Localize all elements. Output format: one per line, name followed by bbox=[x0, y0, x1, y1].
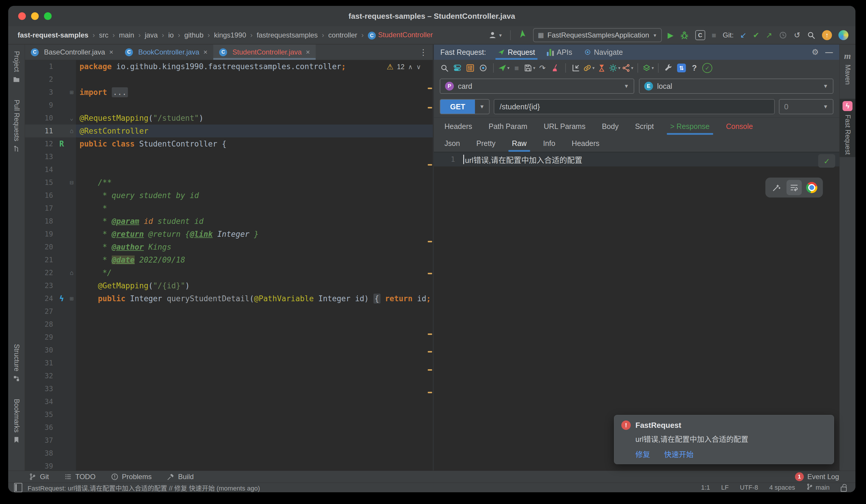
breadcrumb-item[interactable]: fastrequestsamples bbox=[257, 31, 318, 39]
fold-marker[interactable]: ⌂ bbox=[67, 269, 76, 276]
stop-button[interactable]: ■ bbox=[712, 31, 717, 39]
push-button[interactable]: ↗ bbox=[766, 31, 772, 39]
import-button[interactable] bbox=[570, 62, 582, 74]
subtab-info[interactable]: Info bbox=[535, 135, 563, 152]
subtab-pretty[interactable]: Pretty bbox=[469, 135, 503, 152]
tab-request[interactable]: Request bbox=[498, 45, 535, 60]
stack-button[interactable]: ▾ bbox=[642, 62, 654, 74]
editor-tab[interactable]: CBookController.java× bbox=[119, 45, 213, 60]
timeout-select[interactable]: 0 ▼ bbox=[779, 99, 833, 114]
fold-marker[interactable]: ⌂ bbox=[67, 127, 76, 135]
gear-icon[interactable]: ⚙ bbox=[812, 47, 819, 57]
fold-marker[interactable]: ⊟ bbox=[67, 179, 76, 186]
share-button[interactable]: ▾ bbox=[622, 62, 633, 74]
breadcrumb-item[interactable]: io bbox=[168, 31, 174, 39]
event-log-button[interactable]: 1 Event Log bbox=[795, 472, 839, 481]
tab-script[interactable]: Script bbox=[628, 118, 662, 135]
caret-position[interactable]: 1:1 bbox=[701, 484, 710, 491]
tool-window-toggle-icon[interactable] bbox=[14, 483, 22, 492]
tab-apis[interactable]: APIs bbox=[547, 45, 572, 60]
env-settings-button[interactable] bbox=[464, 62, 476, 74]
hide-panel-icon[interactable]: — bbox=[825, 48, 833, 57]
breadcrumb-item[interactable]: kings1990 bbox=[214, 31, 246, 39]
sidebar-item-project[interactable]: Project bbox=[13, 49, 21, 85]
line-separator[interactable]: LF bbox=[721, 484, 729, 491]
soft-wrap-button[interactable] bbox=[787, 180, 802, 195]
history-button[interactable] bbox=[779, 31, 787, 39]
sidebar-item-pull-requests[interactable]: Pull Requests bbox=[13, 97, 21, 155]
format-button[interactable] bbox=[769, 180, 784, 195]
project-select[interactable]: P card ▼ bbox=[440, 79, 634, 94]
toolwindow-button-build[interactable]: Build bbox=[167, 473, 193, 481]
api-settings-button[interactable]: ▾ bbox=[609, 62, 620, 74]
tab-console[interactable]: Console bbox=[719, 118, 761, 135]
breadcrumb-item[interactable]: controller bbox=[328, 31, 357, 39]
close-tab-icon[interactable]: × bbox=[203, 48, 208, 56]
url-input[interactable]: /student/{id} bbox=[494, 99, 775, 114]
next-warning-icon[interactable]: ∨ bbox=[416, 63, 421, 71]
copy-url-button[interactable]: ▾ bbox=[583, 62, 595, 74]
inspection-widget[interactable]: ⚠ 12 ∧ ∨ bbox=[387, 62, 421, 71]
indent-setting[interactable]: 4 spaces bbox=[769, 484, 795, 491]
close-tab-icon[interactable]: × bbox=[109, 48, 113, 56]
tools-button[interactable] bbox=[663, 62, 675, 74]
git-branch-widget[interactable]: main bbox=[806, 483, 830, 492]
ide-update-button[interactable]: ↑ bbox=[822, 30, 832, 40]
unlock-icon[interactable] bbox=[841, 487, 847, 492]
search-button[interactable] bbox=[438, 62, 450, 74]
subtab-raw[interactable]: Raw bbox=[504, 135, 534, 152]
subtab-headers[interactable]: Headers bbox=[564, 135, 607, 152]
breadcrumb-item[interactable]: fast-request-samples bbox=[18, 31, 88, 39]
notification-action-link[interactable]: 修复 bbox=[635, 449, 650, 459]
fastrequest-jump-button[interactable] bbox=[518, 30, 527, 40]
toolwindow-button-problems[interactable]: Problems bbox=[111, 473, 152, 481]
run-config-select[interactable]: ▦ FastRequestSamplesApplication ▼ bbox=[533, 28, 662, 42]
breadcrumb-item[interactable]: src bbox=[99, 31, 108, 39]
tab-body[interactable]: Body bbox=[595, 118, 626, 135]
run-button[interactable]: ▶ bbox=[668, 31, 674, 39]
update-project-button[interactable]: ↙ bbox=[740, 31, 747, 39]
sidebar-item-maven[interactable]: mMaven bbox=[844, 49, 852, 87]
coverage-button[interactable]: C bbox=[695, 30, 705, 40]
translate-button[interactable]: ⇅ bbox=[676, 62, 687, 74]
save-request-button[interactable]: ▾ bbox=[524, 62, 535, 74]
retry-button[interactable]: ↷ bbox=[536, 62, 548, 74]
editor-tab[interactable]: CBaseController.java× bbox=[25, 45, 119, 60]
breadcrumb-item[interactable]: CStudentController bbox=[368, 31, 433, 40]
search-everywhere-button[interactable] bbox=[807, 31, 815, 39]
status-message[interactable]: FastRequest: url错误,请在配置中加入合适的配置 // 修复 快速… bbox=[27, 483, 260, 492]
tab-urlparams[interactable]: URL Params bbox=[536, 118, 593, 135]
waiting-requests-button[interactable] bbox=[596, 62, 608, 74]
commit-button[interactable]: ✔ bbox=[753, 31, 759, 39]
tab-pathparam[interactable]: Path Param bbox=[481, 118, 535, 135]
code-with-me-button[interactable] bbox=[839, 30, 848, 40]
clear-button[interactable] bbox=[549, 62, 561, 74]
toolwindow-button-todo[interactable]: TODO bbox=[64, 473, 96, 481]
sidebar-item-fast-request[interactable]: ϟFast Request bbox=[840, 99, 855, 157]
prev-warning-icon[interactable]: ∧ bbox=[408, 63, 413, 71]
tab-navigate[interactable]: Navigate bbox=[584, 45, 623, 60]
tab-response[interactable]: > Response bbox=[663, 118, 717, 135]
verified-button[interactable]: ✓ bbox=[701, 62, 713, 74]
help-button[interactable]: ? bbox=[689, 62, 700, 74]
stop-request-button[interactable]: ■ bbox=[511, 62, 522, 74]
fold-marker[interactable]: ⊞ bbox=[67, 89, 76, 96]
fold-marker[interactable]: ⌄ bbox=[67, 115, 76, 122]
close-tab-icon[interactable]: × bbox=[306, 48, 310, 56]
notification-action-link[interactable]: 快速开始 bbox=[664, 449, 693, 459]
code-editor[interactable]: ⚠ 12 ∧ ∨ 1package io.github.kings1990.fa… bbox=[25, 60, 433, 471]
response-editor[interactable]: 1 url错误,请在配置中加入合适的配置 ✓ ! FastRequest url… bbox=[434, 152, 839, 471]
method-select[interactable]: GET ▼ bbox=[440, 99, 490, 114]
editor-tab[interactable]: CStudentController.java× bbox=[213, 45, 316, 60]
breadcrumb-item[interactable]: java bbox=[145, 31, 157, 39]
scope-button[interactable] bbox=[477, 62, 489, 74]
breadcrumb-item[interactable]: main bbox=[119, 31, 134, 39]
toggle-settings-button[interactable] bbox=[452, 62, 463, 74]
fast-request-send-icon[interactable]: ϟ bbox=[59, 294, 64, 303]
profile-button[interactable]: ▼ bbox=[488, 31, 502, 39]
rollback-button[interactable]: ↺ bbox=[794, 31, 800, 39]
gutter-icon[interactable]: R bbox=[56, 139, 67, 148]
toolwindow-button-git[interactable]: Git bbox=[29, 473, 49, 481]
breadcrumb-item[interactable]: github bbox=[184, 31, 203, 39]
send-request-button[interactable]: ▾ bbox=[498, 62, 510, 74]
